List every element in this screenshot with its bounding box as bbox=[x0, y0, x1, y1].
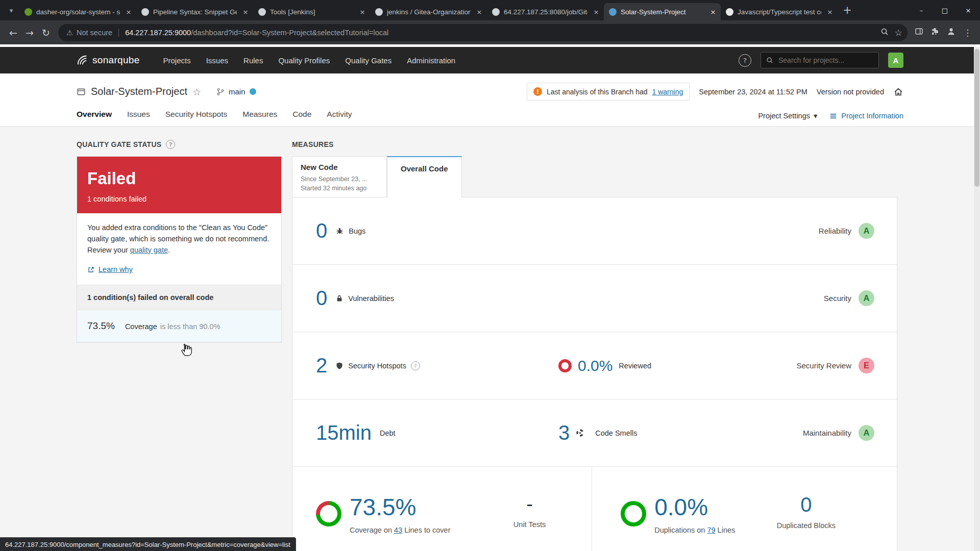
help-icon[interactable]: ? bbox=[739, 54, 751, 67]
nav-projects[interactable]: Projects bbox=[163, 56, 191, 65]
conditions-failed-count: 1 conditions failed bbox=[87, 195, 271, 203]
nav-quality-gates[interactable]: Quality Gates bbox=[345, 56, 391, 65]
security-review-rating-badge[interactable]: E bbox=[859, 358, 874, 373]
reliability-rating-badge[interactable]: A bbox=[859, 223, 874, 239]
measures-card: 0 Bugs Reliability A 0 bbox=[292, 197, 897, 551]
browser-tab-1[interactable]: dasher-org/solar-system - solar × bbox=[19, 3, 136, 20]
window-maximize-button[interactable]: □ bbox=[933, 0, 957, 20]
nav-rules[interactable]: Rules bbox=[243, 56, 263, 65]
tab-close-icon[interactable]: × bbox=[124, 7, 133, 16]
tab-close-icon[interactable]: × bbox=[475, 7, 484, 16]
quality-gate-status: Failed bbox=[87, 169, 271, 188]
warning-text: Last analysis of this Branch had bbox=[547, 88, 648, 96]
tab-close-icon[interactable]: × bbox=[592, 7, 601, 16]
bookmark-star-icon[interactable]: ☆ bbox=[895, 28, 902, 38]
tab-activity[interactable]: Activity bbox=[327, 110, 352, 126]
browser-tab-7[interactable]: Javascript/Typescript test cove × bbox=[721, 3, 838, 20]
tab-close-icon[interactable]: × bbox=[241, 7, 250, 16]
reviewed-ring-icon bbox=[558, 359, 572, 372]
bugs-count[interactable]: 0 bbox=[316, 219, 327, 242]
learn-why-label: Learn why bbox=[99, 264, 133, 276]
learn-why-link[interactable]: Learn why bbox=[87, 264, 271, 276]
browser-tab-5[interactable]: 64.227.187.25:8080/job/Gitea-O × bbox=[487, 3, 604, 20]
new-code-tab[interactable]: New Code Since September 23, ... Started… bbox=[292, 156, 387, 197]
scrollbar-thumb[interactable] bbox=[974, 49, 979, 187]
duplication-lines-link[interactable]: 79 bbox=[707, 526, 715, 534]
hotspots-reviewed-value[interactable]: 0.0% bbox=[578, 357, 612, 374]
version-label: Version not provided bbox=[817, 88, 884, 96]
hotspots-help-icon[interactable]: ? bbox=[411, 361, 420, 370]
toolbar-right: ⋮ bbox=[912, 27, 975, 38]
hotspots-count[interactable]: 2 bbox=[316, 354, 327, 377]
coverage-value[interactable]: 73.5% bbox=[350, 493, 416, 521]
tab-issues[interactable]: Issues bbox=[127, 110, 150, 126]
refresh-icon[interactable]: ↻ bbox=[38, 24, 54, 41]
warning-link[interactable]: 1 warning bbox=[652, 88, 683, 96]
code-smells-label: Code Smells bbox=[595, 429, 637, 437]
tab-measures[interactable]: Measures bbox=[242, 110, 277, 126]
security-label: Security bbox=[824, 294, 851, 303]
tab-title: Javascript/Typescript test cove bbox=[738, 8, 821, 16]
browser-tab-3[interactable]: Tools [Jenkins] × bbox=[253, 3, 370, 20]
quality-gate-link[interactable]: quality gate bbox=[130, 246, 168, 254]
project-information-button[interactable]: Project Information bbox=[829, 112, 903, 120]
project-search-box[interactable] bbox=[761, 52, 879, 68]
tab-search-icon[interactable]: ▾ bbox=[3, 3, 19, 17]
nav-quality-profiles[interactable]: Quality Profiles bbox=[278, 56, 330, 65]
tab-overview[interactable]: Overview bbox=[77, 110, 112, 126]
vulnerabilities-count[interactable]: 0 bbox=[316, 287, 327, 310]
forward-icon[interactable]: → bbox=[21, 24, 38, 41]
sonarqube-logo[interactable]: sonarqube bbox=[77, 55, 140, 66]
maintainability-row: 15min Debt 3 Code Smells Maintainability… bbox=[292, 399, 897, 467]
tab-close-icon[interactable]: × bbox=[358, 7, 367, 16]
browser-menu-icon[interactable]: ⋮ bbox=[963, 28, 972, 38]
security-review-label: Security Review bbox=[796, 361, 851, 370]
tab-security-hotspots[interactable]: Security Hotspots bbox=[165, 110, 227, 126]
reliability-label: Reliability bbox=[819, 227, 851, 235]
docs-favicon-icon bbox=[726, 8, 733, 16]
nav-administration[interactable]: Administration bbox=[407, 56, 455, 65]
back-icon[interactable]: ← bbox=[5, 24, 21, 41]
overall-code-tab[interactable]: Overall Code bbox=[387, 156, 462, 197]
home-icon[interactable] bbox=[893, 87, 903, 97]
new-tab-button[interactable]: + bbox=[840, 3, 855, 18]
security-rating-badge[interactable]: A bbox=[859, 290, 874, 306]
tab-close-icon[interactable]: × bbox=[708, 7, 718, 16]
project-title: Solar-System-Project bbox=[91, 86, 187, 97]
status-bar-link-preview: 64.227.187.25:9000/component_measures?id… bbox=[0, 537, 296, 551]
zoom-icon[interactable] bbox=[880, 28, 889, 37]
page-scrollbar[interactable] bbox=[974, 47, 980, 551]
browser-tab-4[interactable]: jenkins / Gitea-Organization/so × bbox=[370, 3, 487, 20]
window-minimize-button[interactable]: – bbox=[910, 0, 933, 20]
jenkins-favicon-icon bbox=[258, 8, 266, 16]
tab-code[interactable]: Code bbox=[292, 110, 311, 126]
search-input[interactable] bbox=[777, 56, 873, 65]
tab-close-icon[interactable]: × bbox=[825, 7, 835, 16]
tab-title: Tools [Jenkins] bbox=[270, 8, 354, 16]
browser-tab-active[interactable]: Solar-System-Project × bbox=[604, 3, 721, 20]
failed-condition-row[interactable]: 73.5% Coverage is less than 90.0% bbox=[77, 310, 281, 342]
quality-gate-help-icon[interactable]: ? bbox=[166, 140, 175, 149]
duplications-value[interactable]: 0.0% bbox=[654, 493, 708, 521]
profile-icon[interactable] bbox=[946, 27, 956, 38]
nav-issues[interactable]: Issues bbox=[206, 56, 228, 65]
maintainability-rating-badge[interactable]: A bbox=[859, 425, 874, 441]
sonarqube-logo-icon bbox=[77, 55, 88, 66]
browser-tab-2[interactable]: Pipeline Syntax: Snippet Genera × bbox=[136, 3, 253, 20]
side-panel-icon[interactable] bbox=[915, 27, 923, 38]
security-chip[interactable]: ⚠ Not secure bbox=[66, 29, 112, 37]
user-avatar[interactable]: A bbox=[888, 53, 903, 68]
project-settings-dropdown[interactable]: Project Settings ▾ bbox=[758, 112, 817, 120]
window-close-button[interactable]: × bbox=[957, 0, 980, 20]
branch-selector[interactable]: main bbox=[216, 87, 256, 96]
address-bar[interactable]: ⚠ Not secure 64.227.187.25:9000/dashboar… bbox=[58, 24, 908, 41]
favorite-star-icon[interactable]: ☆ bbox=[192, 86, 201, 97]
duplicated-blocks-count[interactable]: 0 bbox=[800, 493, 812, 516]
debt-value[interactable]: 15min bbox=[316, 421, 372, 444]
logo-text: sonarqube bbox=[92, 55, 140, 66]
code-smells-count[interactable]: 3 bbox=[558, 421, 570, 444]
extensions-puzzle-icon[interactable] bbox=[930, 27, 939, 38]
lines-to-cover-link[interactable]: 43 bbox=[394, 526, 402, 534]
external-link-icon bbox=[87, 266, 94, 273]
browser-toolbar: ← → ↻ ⚠ Not secure 64.227.187.25:9000/da… bbox=[0, 20, 980, 44]
